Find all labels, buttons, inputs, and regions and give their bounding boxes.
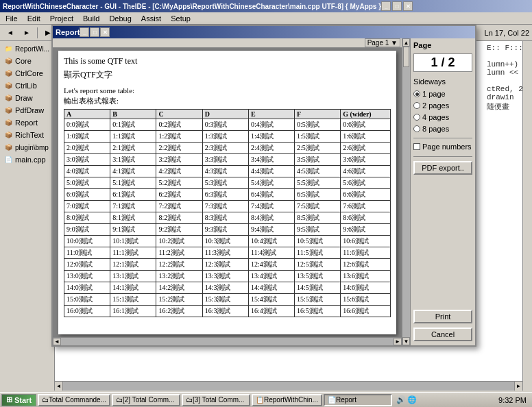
table-row: 12:0測試12:1測試12:2測試12:3測試12:4測試12:5測試12:6… (64, 259, 391, 271)
cancel-button[interactable]: Cancel (413, 328, 472, 341)
table-cell: 14:6測試 (341, 282, 391, 294)
menu-debug[interactable]: Debug (105, 14, 135, 23)
sidebar-item-maincpp[interactable]: 📄 main.cpp (1, 153, 53, 166)
report-page-inner: This is some QTF text 顯示QTF文字 Let's repo… (64, 56, 391, 317)
menu-file[interactable]: File (1, 14, 22, 23)
menu-edit[interactable]: Edit (23, 14, 45, 23)
ide-horizontal-scrollbar[interactable]: ◄ ► (55, 381, 522, 391)
table-cell: 11:4測試 (248, 247, 294, 259)
ide-vertical-scrollbar[interactable] (522, 41, 532, 391)
radio-2pages[interactable]: 2 pages (413, 101, 472, 110)
ide-close-button[interactable]: ✕ (403, 1, 413, 11)
page-numbers-checkbox[interactable]: Page numbers (413, 143, 472, 151)
radio-1page-circle[interactable] (413, 90, 420, 97)
hscroll-right-btn[interactable]: ► (394, 338, 402, 345)
table-row: 3:0測試3:1測試3:2測試3:3測試3:4測試3:5測試3:6測試 (64, 154, 391, 166)
table-cell: 10:5測試 (295, 236, 341, 247)
taskbar-icon-1: 🗂 (42, 396, 49, 404)
radio-8pages-circle[interactable] (413, 125, 420, 132)
sidebar-item-draw[interactable]: 📦 Draw (1, 92, 53, 104)
table-cell: 13:2測試 (156, 271, 202, 282)
table-cell: 13:4測試 (248, 271, 294, 282)
menu-project[interactable]: Project (46, 14, 77, 23)
sidebar-item-pdfdraw[interactable]: 📦 PdfDraw (1, 104, 53, 116)
taskbar-tray: 🔊 🌐 (394, 395, 420, 404)
ide-maximize-button[interactable]: □ (392, 1, 402, 11)
page-indicator[interactable]: Page 1 ▼ (365, 38, 400, 47)
hscroll-track (63, 382, 514, 391)
sidebar-item-ctrllib[interactable]: 📦 CtrlLib (1, 79, 53, 92)
col-header-g: G (wider) (341, 110, 391, 119)
hscroll-left-button[interactable]: ◄ (55, 382, 63, 391)
table-cell: 10:3測試 (202, 236, 248, 247)
package-icon-4: 📦 (3, 92, 14, 103)
table-cell: 13:6測試 (341, 271, 391, 282)
menu-assist[interactable]: Assist (137, 14, 165, 23)
radio-2pages-circle[interactable] (413, 102, 420, 109)
report-horizontal-scrollbar[interactable]: ◄ ► (53, 337, 402, 345)
table-cell: 10:1測試 (110, 236, 156, 247)
table-cell: 4:5測試 (295, 166, 341, 177)
taskbar-clock: 9:32 PM (494, 396, 531, 404)
taskbar-report[interactable]: 📄 Report (324, 394, 392, 406)
ide-window: ReportWithChineseCharacter - GUI - TheID… (0, 0, 532, 407)
vscroll-thumb[interactable] (403, 47, 409, 67)
report-minimize-button[interactable]: _ (80, 27, 89, 37)
table-cell: 0:5測試 (295, 119, 341, 131)
sidebar-item-report[interactable]: 📦 Report (1, 116, 53, 129)
page-numbers-checkbox-box[interactable] (413, 143, 420, 150)
report-close-button[interactable]: ✕ (100, 27, 110, 37)
taskbar-total-commander-1[interactable]: 🗂 Total Commande... (38, 394, 110, 406)
chinese-text: 顯示QTF文字 (64, 69, 391, 81)
sidebar-item-reportwi[interactable]: 📁 ReportWi... (1, 42, 53, 55)
start-button[interactable]: ⊞ Start (1, 394, 36, 406)
pdf-export-button[interactable]: PDF export.. (413, 161, 472, 175)
sidebar-item-richtext[interactable]: 📦 RichText (1, 129, 53, 141)
report-maximize-button[interactable]: □ (90, 27, 99, 37)
sidebar-item-pluginbmp[interactable]: 📦 plugin\bmp (1, 141, 53, 153)
table-row: 6:0測試6:1測試6:2測試6:3測試6:4測試6:5測試6:6測試 (64, 189, 391, 201)
toolbar-back-button[interactable]: ◄ (3, 26, 18, 40)
radio-4pages[interactable]: 4 pages (413, 113, 472, 121)
hscroll-track (61, 338, 394, 345)
col-header-d: D (202, 110, 248, 119)
table-cell: 14:5測試 (295, 282, 341, 294)
taskbar-icon-5: 📄 (328, 396, 336, 404)
col-header-a: A (64, 110, 110, 119)
hscroll-left-btn[interactable]: ◄ (53, 338, 61, 345)
toolbar-forward-button[interactable]: ► (19, 26, 34, 40)
radio-8pages[interactable]: 8 pages (413, 125, 472, 133)
taskbar-icon-4: 📋 (256, 396, 264, 404)
report-vertical-scrollbar[interactable]: ▲ ▼ (402, 38, 410, 345)
table-cell: 16:0測試 (64, 306, 110, 317)
table-cell: 14:3測試 (202, 282, 248, 294)
taskbar-total-commander-2[interactable]: 🗂 [2] Total Comm... (112, 394, 180, 406)
taskbar-label-1: Total Commande... (49, 396, 106, 404)
vscroll-up-button[interactable]: ▲ (402, 38, 410, 47)
col-header-f: F (295, 110, 341, 119)
report-table: A B C D E F G (wider) 0:0測試0:1測 (64, 109, 391, 317)
taskbar-total-commander-3[interactable]: 🗂 [3] Total Comm... (182, 394, 250, 406)
table-cell: 0:3測試 (202, 119, 248, 131)
taskbar-icon-3: 🗂 (186, 396, 193, 404)
hscroll-right-button[interactable]: ► (514, 382, 522, 391)
table-cell: 4:4測試 (248, 166, 294, 177)
table-cell: 8:6測試 (341, 212, 391, 224)
taskbar-reportwithchin[interactable]: 📋 ReportWithChin... (252, 394, 322, 406)
report-dialog: Report _ □ ✕ Page 1 ▼ This is some QTF t… (51, 25, 476, 347)
radio-4pages-circle[interactable] (413, 114, 420, 121)
table-cell: 5:5測試 (295, 177, 341, 189)
table-cell: 10:6測試 (341, 236, 391, 247)
menu-build[interactable]: Build (79, 14, 104, 23)
ide-minimize-button[interactable]: _ (381, 1, 391, 11)
table-cell: 0:2測試 (156, 119, 202, 131)
sidebar-item-ctrlcore[interactable]: 📦 CtrlCore (1, 67, 53, 79)
col-header-e: E (248, 110, 294, 119)
radio-1page[interactable]: 1 page (413, 90, 472, 98)
table-cell: 9:3測試 (202, 224, 248, 236)
print-button[interactable]: Print (413, 310, 472, 323)
vscroll-down-button[interactable]: ▼ (402, 337, 410, 345)
menu-setup[interactable]: Setup (167, 14, 195, 23)
sidebar-item-core[interactable]: 📦 Core (1, 55, 53, 67)
table-cell: 3:3測試 (202, 154, 248, 166)
